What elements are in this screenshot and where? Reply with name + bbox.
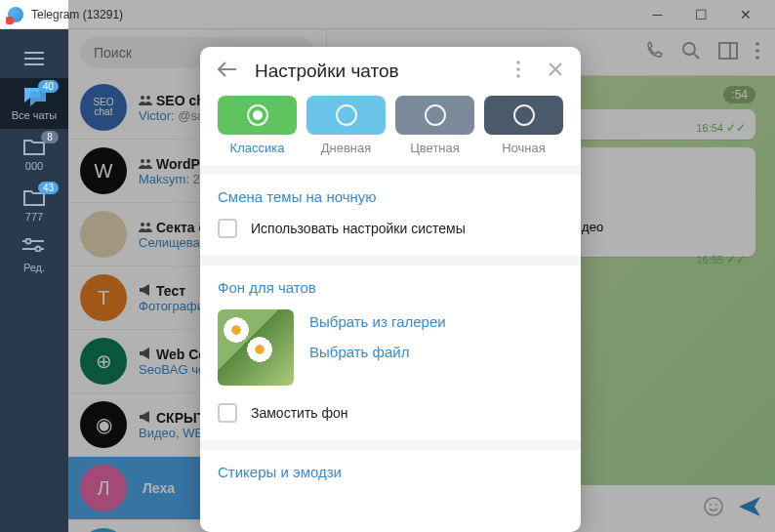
theme-option[interactable]: Ночная <box>484 96 563 155</box>
theme-swatch <box>218 96 297 135</box>
choose-file-link[interactable]: Выбрать файл <box>309 344 446 360</box>
hamburger-menu[interactable] <box>0 39 68 78</box>
rail-badge: 8 <box>41 131 59 143</box>
svg-point-18 <box>516 74 520 78</box>
rail-folder-777[interactable]: 43 777 <box>0 180 68 230</box>
rail-edit[interactable]: Ред. <box>0 230 68 281</box>
use-system-checkbox-row[interactable]: Использовать настройки системы <box>218 219 563 238</box>
chat-settings-modal: Настройки чатов КлассикаДневнаяЦветнаяНо… <box>200 47 581 532</box>
theme-label: Классика <box>230 141 285 155</box>
close-icon[interactable] <box>548 61 563 81</box>
sliders-icon <box>22 238 46 260</box>
checkbox-icon <box>218 403 237 423</box>
back-icon[interactable] <box>218 61 237 81</box>
theme-swatch <box>306 96 386 135</box>
svg-point-16 <box>516 61 520 64</box>
svg-point-1 <box>36 247 41 252</box>
theme-option[interactable]: Классика <box>218 96 297 155</box>
theme-label: Ночная <box>502 141 546 155</box>
app-icon <box>8 7 23 22</box>
background-thumbnail[interactable] <box>218 309 294 386</box>
background-title: Фон для чатов <box>218 279 563 296</box>
rail-badge: 40 <box>38 80 59 93</box>
modal-title: Настройки чатов <box>255 61 499 82</box>
more-icon[interactable] <box>516 61 520 82</box>
night-mode-title: Смена темы на ночную <box>218 188 563 205</box>
rail-badge: 43 <box>38 182 59 194</box>
choose-from-gallery-link[interactable]: Выбрать из галереи <box>309 313 446 330</box>
rail-all-chats[interactable]: 40 Все чаты <box>0 78 68 129</box>
left-rail: 40 Все чаты 8 000 43 777 Ред. <box>0 29 68 532</box>
theme-swatch <box>395 96 474 135</box>
stickers-title: Стикеры и эмодзи <box>218 464 563 480</box>
theme-option[interactable]: Дневная <box>306 96 386 155</box>
tile-bg-checkbox-row[interactable]: Замостить фон <box>218 403 563 423</box>
svg-point-0 <box>26 239 31 244</box>
theme-option[interactable]: Цветная <box>395 96 474 155</box>
checkbox-icon <box>218 219 237 238</box>
svg-point-17 <box>516 67 520 71</box>
rail-folder-000[interactable]: 8 000 <box>0 129 68 180</box>
theme-label: Дневная <box>321 141 372 155</box>
theme-swatch <box>484 96 563 135</box>
theme-label: Цветная <box>410 141 460 155</box>
